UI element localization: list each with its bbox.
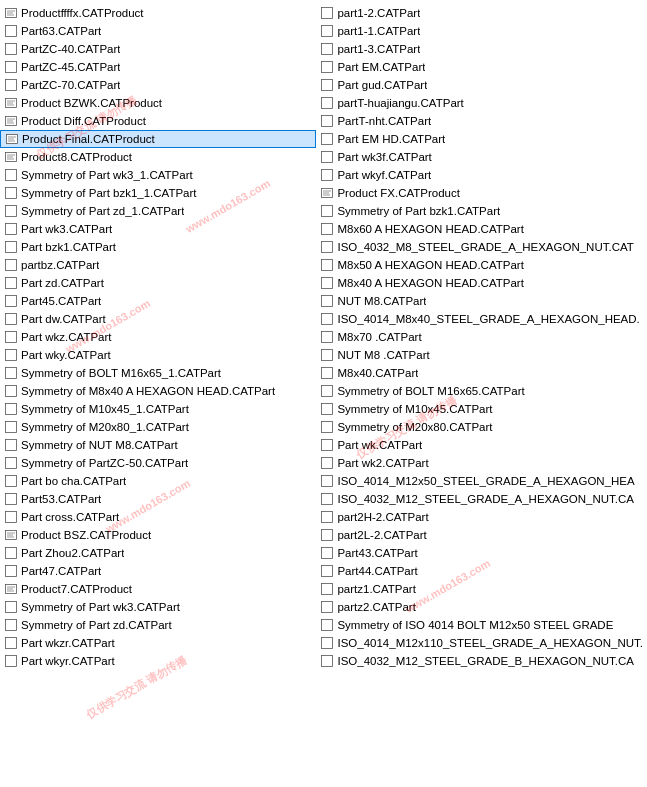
- file-item[interactable]: Symmetry of Part zd_1.CATPart: [0, 202, 316, 220]
- part-icon: [4, 546, 18, 560]
- svg-rect-39: [6, 440, 17, 451]
- file-item[interactable]: NUT M8 .CATPart: [316, 346, 647, 364]
- part-icon: [4, 348, 18, 362]
- part-icon: [320, 510, 334, 524]
- file-item[interactable]: PartZC-70.CATPart: [0, 76, 316, 94]
- file-item[interactable]: Part cross.CATPart: [0, 508, 316, 526]
- svg-rect-35: [6, 368, 17, 379]
- file-item[interactable]: Symmetry of BOLT M16x65.CATPart: [316, 382, 647, 400]
- file-item[interactable]: partbz.CATPart: [0, 256, 316, 274]
- file-item[interactable]: Part zd.CATPart: [0, 274, 316, 292]
- file-item[interactable]: Product BSZ.CATProduct: [0, 526, 316, 544]
- file-item[interactable]: Symmetry of M20x80.CATPart: [316, 418, 647, 436]
- file-item[interactable]: Part EM.CATPart: [316, 58, 647, 76]
- file-item[interactable]: ISO_4032_M12_STEEL_GRADE_A_HEXAGON_NUT.C…: [316, 490, 647, 508]
- file-item[interactable]: Part Zhou2.CATPart: [0, 544, 316, 562]
- file-item[interactable]: Symmetry of Part bzk1_1.CATPart: [0, 184, 316, 202]
- file-item[interactable]: ISO_4032_M8_STEEL_GRADE_A_HEXAGON_NUT.CA…: [316, 238, 647, 256]
- file-item[interactable]: Product7.CATProduct: [0, 580, 316, 598]
- file-label: Part dw.CATPart: [21, 313, 106, 325]
- file-item[interactable]: partz2.CATPart: [316, 598, 647, 616]
- part-icon: [320, 600, 334, 614]
- file-item[interactable]: PartZC-40.CATPart: [0, 40, 316, 58]
- file-item[interactable]: Part wkz.CATPart: [0, 328, 316, 346]
- file-item[interactable]: PartT-nht.CATPart: [316, 112, 647, 130]
- file-label: PartT-nht.CATPart: [337, 115, 431, 127]
- file-item[interactable]: partz1.CATPart: [316, 580, 647, 598]
- file-item[interactable]: Symmetry of Part wk3.CATPart: [0, 598, 316, 616]
- file-item[interactable]: M8x40.CATPart: [316, 364, 647, 382]
- svg-rect-38: [6, 422, 17, 433]
- file-item[interactable]: part2H-2.CATPart: [316, 508, 647, 526]
- file-item[interactable]: Part bo cha.CATPart: [0, 472, 316, 490]
- file-item[interactable]: part1-2.CATPart: [316, 4, 647, 22]
- file-item[interactable]: Part44.CATPart: [316, 562, 647, 580]
- file-item[interactable]: partT-huajiangu.CATPart: [316, 94, 647, 112]
- file-item[interactable]: Part wky.CATPart: [0, 346, 316, 364]
- svg-rect-85: [322, 440, 333, 451]
- file-label: M8x50 A HEXAGON HEAD.CATPart: [337, 259, 523, 271]
- file-item[interactable]: Part wkzr.CATPart: [0, 634, 316, 652]
- file-item[interactable]: PartZC-45.CATPart: [0, 58, 316, 76]
- file-item[interactable]: Symmetry of Part bzk1.CATPart: [316, 202, 647, 220]
- file-item[interactable]: Product Diff.CATProduct: [0, 112, 316, 130]
- file-item[interactable]: M8x50 A HEXAGON HEAD.CATPart: [316, 256, 647, 274]
- file-item[interactable]: Symmetry of M20x80_1.CATPart: [0, 418, 316, 436]
- file-item[interactable]: Part wk.CATPart: [316, 436, 647, 454]
- file-item[interactable]: Symmetry of BOLT M16x65_1.CATPart: [0, 364, 316, 382]
- file-item[interactable]: Part EM HD.CATPart: [316, 130, 647, 148]
- svg-rect-76: [322, 278, 333, 289]
- svg-rect-36: [6, 386, 17, 397]
- file-item[interactable]: M8x70 .CATPart: [316, 328, 647, 346]
- file-label: PartZC-70.CATPart: [21, 79, 120, 91]
- part-icon: [4, 60, 18, 74]
- file-item[interactable]: ISO_4032_M12_STEEL_GRADE_B_HEXAGON_NUT.C…: [316, 652, 647, 670]
- file-item[interactable]: part2L-2.CATPart: [316, 526, 647, 544]
- file-item[interactable]: Part53.CATPart: [0, 490, 316, 508]
- file-item[interactable]: Part wkyr.CATPart: [0, 652, 316, 670]
- file-item[interactable]: Part bzk1.CATPart: [0, 238, 316, 256]
- file-item[interactable]: part1-1.CATPart: [316, 22, 647, 40]
- file-label: partT-huajiangu.CATPart: [337, 97, 463, 109]
- file-item[interactable]: Product Final.CATProduct: [0, 130, 316, 148]
- file-item[interactable]: ISO_4014_M12x110_STEEL_GRADE_A_HEXAGON_N…: [316, 634, 647, 652]
- file-item[interactable]: Symmetry of ISO 4014 BOLT M12x50 STEEL G…: [316, 616, 647, 634]
- file-item[interactable]: Part wk3f.CATPart: [316, 148, 647, 166]
- file-item[interactable]: Part wk2.CATPart: [316, 454, 647, 472]
- file-item[interactable]: Productffffx.CATProduct: [0, 4, 316, 22]
- part-icon: [320, 528, 334, 542]
- file-item[interactable]: Part wk3.CATPart: [0, 220, 316, 238]
- file-item[interactable]: Symmetry of PartZC-50.CATPart: [0, 454, 316, 472]
- file-item[interactable]: Part wkyf.CATPart: [316, 166, 647, 184]
- file-item[interactable]: ISO_4014_M12x50_STEEL_GRADE_A_HEXAGON_HE…: [316, 472, 647, 490]
- svg-rect-58: [322, 8, 333, 19]
- file-label: Symmetry of NUT M8.CATPart: [21, 439, 178, 451]
- file-label: Symmetry of M20x80_1.CATPart: [21, 421, 189, 433]
- file-label: Symmetry of Part bzk1_1.CATPart: [21, 187, 197, 199]
- file-item[interactable]: NUT M8.CATPart: [316, 292, 647, 310]
- file-item[interactable]: Symmetry of M8x40 A HEXAGON HEAD.CATPart: [0, 382, 316, 400]
- part-icon: [4, 654, 18, 668]
- file-item[interactable]: Part47.CATPart: [0, 562, 316, 580]
- file-item[interactable]: Symmetry of NUT M8.CATPart: [0, 436, 316, 454]
- file-item[interactable]: part1-3.CATPart: [316, 40, 647, 58]
- part-icon: [320, 294, 334, 308]
- file-item[interactable]: Part dw.CATPart: [0, 310, 316, 328]
- file-item[interactable]: Part63.CATPart: [0, 22, 316, 40]
- file-item[interactable]: Symmetry of M10x45.CATPart: [316, 400, 647, 418]
- file-item[interactable]: Symmetry of Part zd.CATPart: [0, 616, 316, 634]
- file-item[interactable]: Product BZWK.CATProduct: [0, 94, 316, 112]
- file-item[interactable]: M8x40 A HEXAGON HEAD.CATPart: [316, 274, 647, 292]
- svg-rect-83: [322, 404, 333, 415]
- file-item[interactable]: Product FX.CATProduct: [316, 184, 647, 202]
- svg-rect-94: [322, 602, 333, 613]
- file-item[interactable]: Symmetry of Part wk3_1.CATPart: [0, 166, 316, 184]
- file-item[interactable]: Part43.CATPart: [316, 544, 647, 562]
- file-item[interactable]: Symmetry of M10x45_1.CATPart: [0, 400, 316, 418]
- file-item[interactable]: Part gud.CATPart: [316, 76, 647, 94]
- file-list-container: Productffffx.CATProduct Part63.CATPart P…: [0, 0, 647, 674]
- file-item[interactable]: Part45.CATPart: [0, 292, 316, 310]
- file-item[interactable]: Product8.CATProduct: [0, 148, 316, 166]
- file-item[interactable]: M8x60 A HEXAGON HEAD.CATPart: [316, 220, 647, 238]
- file-item[interactable]: ISO_4014_M8x40_STEEL_GRADE_A_HEXAGON_HEA…: [316, 310, 647, 328]
